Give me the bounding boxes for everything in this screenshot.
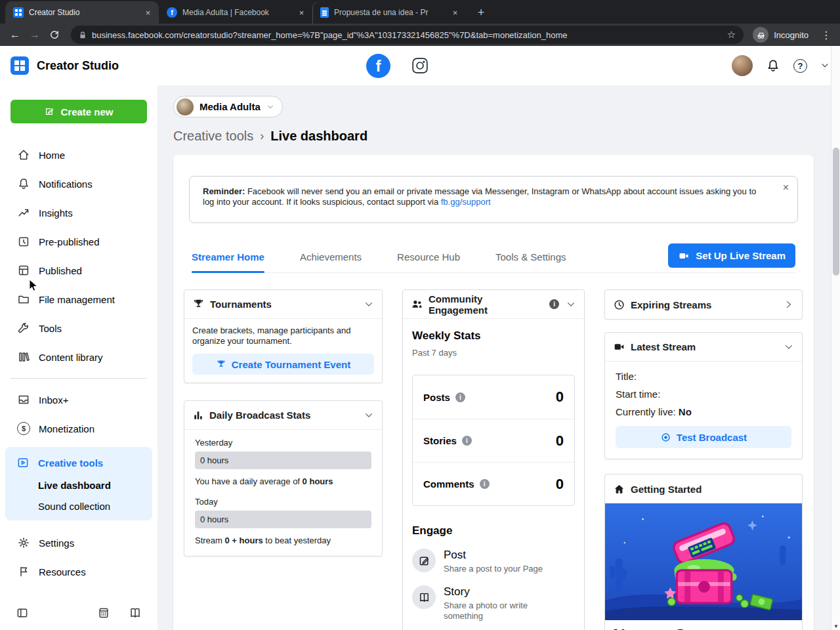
chevron-down-icon[interactable] [820, 61, 830, 70]
facebook-tab-icon[interactable]: f [366, 54, 390, 78]
progress-value: 0 hours [200, 514, 228, 524]
video-camera-icon [678, 250, 690, 262]
expiring-streams-panel[interactable]: Expiring Streams [604, 289, 803, 320]
page-selector[interactable]: Media Adulta [173, 96, 283, 117]
sidebar-item-settings[interactable]: Settings [0, 528, 158, 557]
create-new-button[interactable]: Create new [10, 100, 147, 123]
daily-average-text: You have a daily average of 0 hours [195, 476, 371, 486]
create-tournament-button[interactable]: Create Tournament Event [192, 354, 374, 375]
engage-label: Post [444, 549, 543, 562]
sidebar-item-tools[interactable]: Tools [0, 314, 158, 343]
close-tab-icon[interactable]: × [142, 7, 154, 18]
chevron-down-icon[interactable] [566, 299, 576, 310]
folder-icon [17, 293, 30, 306]
reload-icon [49, 30, 60, 40]
browser-tab-docs[interactable]: Propuesta de una idea - Pr × [312, 1, 466, 24]
today-label: Today [195, 497, 371, 507]
sidebar: Create new Home Notifications Insights P… [0, 85, 158, 630]
panel-title: Latest Stream [631, 341, 696, 352]
gear-icon [17, 536, 30, 549]
sidebar-label: Inbox+ [39, 394, 68, 406]
tab-tools-settings[interactable]: Tools & Settings [495, 242, 566, 272]
scroll-down-arrow[interactable]: ▼ [831, 623, 840, 629]
sidebar-item-live-dashboard[interactable]: Live dashboard [5, 474, 152, 495]
sidebar-label: Notifications [39, 178, 93, 190]
browser-menu-icon[interactable]: ⋮ [819, 29, 833, 41]
close-icon[interactable]: × [783, 182, 789, 193]
facebook-favicon: f [167, 7, 177, 18]
reminder-link[interactable]: fb.gg/support [441, 197, 491, 207]
info-icon[interactable]: i [462, 436, 472, 446]
tournaments-description: Create brackets, manage participants and… [192, 326, 374, 346]
browser-tab-creator-studio[interactable]: Creator Studio × [5, 1, 159, 24]
dollar-icon: $ [17, 422, 30, 435]
tab-achievements[interactable]: Achievements [300, 242, 362, 272]
sidebar-item-content-library[interactable]: Content library [0, 343, 158, 371]
panel-title: Tournaments [210, 299, 272, 310]
flag-icon [17, 565, 30, 578]
dashboard-card: Reminder: Facebook will never send you a… [173, 155, 814, 630]
sidebar-label: Resources [39, 566, 86, 578]
back-button[interactable]: ← [7, 26, 24, 43]
engage-story-item[interactable]: Story Share a photo or write something [412, 585, 575, 621]
wrench-icon [17, 322, 30, 335]
weekly-stats-subtitle: Past 7 days [412, 348, 575, 358]
reload-button[interactable] [46, 26, 63, 43]
tab-streamer-home[interactable]: Streamer Home [192, 242, 264, 272]
video-camera-icon [613, 341, 625, 353]
engage-description: Share a photo or write something [444, 600, 554, 621]
trophy-icon [216, 359, 226, 369]
close-tab-icon[interactable]: × [296, 7, 307, 18]
sidebar-item-resources[interactable]: Resources [0, 557, 158, 586]
forward-button[interactable]: → [26, 26, 43, 43]
sidebar-item-pre-published[interactable]: Pre-published [0, 227, 158, 256]
chevron-down-icon[interactable] [364, 410, 374, 421]
guide-book-icon[interactable] [129, 606, 142, 620]
breadcrumb-parent[interactable]: Creative tools [173, 129, 253, 144]
sidebar-item-notifications[interactable]: Notifications [0, 169, 158, 198]
sidebar-item-inbox[interactable]: Inbox+ [0, 385, 158, 414]
sidebar-item-creative-tools[interactable]: Creative tools [5, 451, 152, 474]
info-icon[interactable]: i [549, 299, 559, 309]
set-up-live-stream-button[interactable]: Set Up Live Stream [668, 243, 795, 268]
weekly-stats-title: Weekly Stats [412, 329, 575, 343]
new-tab-button[interactable]: + [472, 4, 490, 21]
sidebar-item-home[interactable]: Home [0, 140, 158, 169]
instagram-tab-icon[interactable] [411, 57, 429, 74]
notifications-bell-icon[interactable] [766, 58, 780, 73]
weekly-stats-box: Postsi 0 Storiesi 0 Commentsi 0 [412, 375, 575, 506]
close-tab-icon[interactable]: × [450, 7, 461, 18]
profile-avatar[interactable] [732, 55, 753, 76]
help-icon[interactable]: ? [793, 59, 807, 73]
tab-resource-hub[interactable]: Resource Hub [397, 242, 460, 272]
sidebar-item-insights[interactable]: Insights [0, 198, 158, 227]
info-icon[interactable]: i [480, 479, 490, 489]
chevron-right-icon[interactable] [784, 299, 794, 310]
lock-icon [79, 31, 87, 39]
page-scrollbar[interactable]: ▼ [831, 46, 840, 630]
scrollbar-thumb[interactable] [833, 148, 839, 276]
chevron-down-icon[interactable] [364, 299, 374, 310]
engage-post-item[interactable]: Post Share a post to your Page [412, 549, 575, 574]
incognito-label: Incognito [774, 30, 808, 40]
content-grid-icon [17, 264, 30, 277]
sidebar-item-file-management[interactable]: File management [0, 285, 158, 314]
bookmark-star-icon[interactable]: ☆ [727, 29, 736, 41]
sidebar-item-monetization[interactable]: $ Monetization [0, 414, 158, 443]
info-icon[interactable]: i [455, 392, 465, 402]
create-new-label: Create new [60, 106, 113, 117]
engage-description: Share a post to your Page [444, 564, 543, 574]
sidebar-item-sound-collection[interactable]: Sound collection [5, 495, 152, 516]
browser-tab-strip: Creator Studio × f Media Adulta | Facebo… [0, 0, 840, 24]
sidebar-label: Pre-published [39, 236, 100, 247]
address-bar[interactable]: business.facebook.com/creatorstudio?stre… [71, 26, 744, 44]
browser-tab-media-adulta[interactable]: f Media Adulta | Facebook × [159, 1, 312, 24]
test-broadcast-button[interactable]: Test Broadcast [616, 426, 791, 448]
trophy-icon [192, 298, 205, 310]
sidebar-item-published[interactable]: Published [0, 256, 158, 285]
tab-title: Media Adulta | Facebook [182, 8, 291, 17]
chevron-down-icon[interactable] [784, 342, 794, 352]
treasure-chest-illustration [605, 503, 802, 620]
keypad-icon[interactable] [97, 606, 110, 620]
collapse-sidebar-icon[interactable] [16, 606, 29, 620]
